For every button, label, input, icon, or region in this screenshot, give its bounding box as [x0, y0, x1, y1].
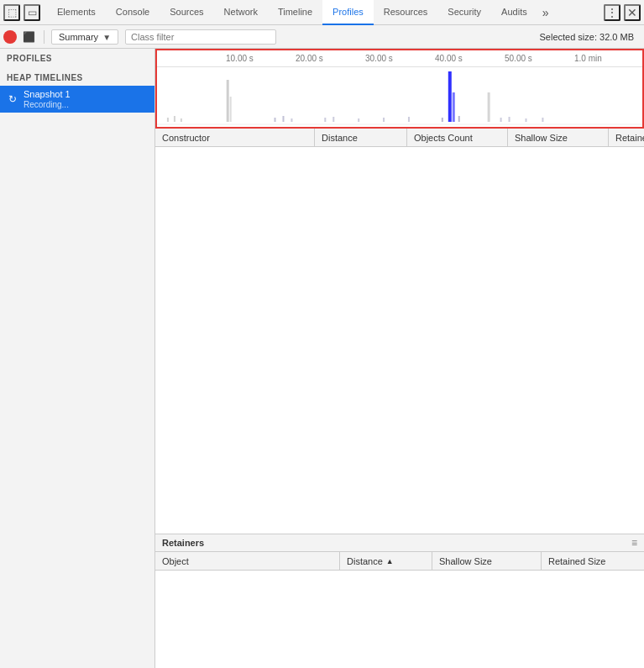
- svg-rect-6: [275, 118, 276, 122]
- svg-rect-1: [167, 118, 169, 122]
- svg-rect-18: [488, 92, 490, 122]
- tab-sources[interactable]: Sources: [160, 0, 213, 25]
- close-icon[interactable]: ✕: [624, 4, 641, 21]
- ruler-tick-10: 10.00 s: [226, 54, 254, 63]
- rth-shallow-size[interactable]: Shallow Size: [432, 552, 542, 570]
- svg-rect-22: [542, 118, 543, 122]
- selected-size-label: Selected size: 32.0 MB: [539, 32, 634, 42]
- svg-rect-21: [525, 118, 526, 122]
- devtools-icons: ⬚ ▭: [3, 4, 40, 21]
- svg-rect-13: [408, 117, 410, 122]
- tab-audits[interactable]: Audits: [491, 0, 537, 25]
- timeline-ruler: 10.00 s 20.00 s 30.00 s 40.00 s 50.00 s …: [157, 50, 642, 67]
- stop-icon: ⬛: [23, 31, 35, 43]
- svg-rect-11: [358, 118, 359, 122]
- svg-rect-15: [453, 92, 455, 122]
- timeline-chart[interactable]: 100 KB: [157, 67, 642, 129]
- more-options-icon[interactable]: ⋮: [604, 4, 620, 21]
- loading-spinner-icon: ↻: [7, 93, 18, 105]
- snapshot-status: Recording...: [24, 100, 71, 109]
- svg-rect-3: [181, 118, 182, 122]
- tab-elements[interactable]: Elements: [47, 0, 106, 25]
- tab-security[interactable]: Security: [437, 0, 491, 25]
- snapshot-label: Snapshot 1: [24, 89, 71, 99]
- svg-rect-7: [282, 116, 284, 122]
- class-filter-input[interactable]: [125, 29, 276, 45]
- th-retained-size[interactable]: Retained Size ▼: [609, 129, 644, 146]
- th-shallow-size[interactable]: Shallow Size: [508, 129, 609, 146]
- toolbar-divider: [44, 30, 45, 44]
- top-tab-bar: ⬚ ▭ Elements Console Sources Network Tim…: [0, 0, 644, 25]
- tab-overflow[interactable]: »: [537, 6, 554, 19]
- sidebar-item-snapshot1[interactable]: ↻ Snapshot 1 Recording...: [0, 86, 154, 113]
- tab-console[interactable]: Console: [106, 0, 160, 25]
- table-area: Constructor Distance Objects Count Shall…: [155, 129, 644, 534]
- svg-rect-8: [291, 118, 292, 122]
- tab-resources[interactable]: Resources: [374, 0, 438, 25]
- timeline-area: 10.00 s 20.00 s 30.00 s 40.00 s 50.00 s …: [155, 49, 644, 129]
- svg-rect-17: [458, 116, 460, 122]
- sidebar-section: HEAP TIMELINES ↻ Snapshot 1 Recording...: [0, 68, 154, 114]
- table-body[interactable]: [155, 147, 644, 534]
- rth-object[interactable]: Object: [155, 552, 340, 570]
- retainers-body[interactable]: [155, 571, 644, 668]
- content-area: 10.00 s 20.00 s 30.00 s 40.00 s 50.00 s …: [155, 49, 644, 668]
- svg-rect-10: [332, 117, 334, 122]
- ruler-tick-40: 40.00 s: [435, 54, 463, 63]
- tab-profiles[interactable]: Profiles: [322, 0, 374, 25]
- device-icon[interactable]: ▭: [24, 4, 40, 21]
- svg-rect-9: [324, 118, 326, 122]
- ruler-tick-30: 30.00 s: [365, 54, 393, 63]
- view-selector: Summary ▼: [51, 29, 118, 45]
- tab-list: Elements Console Sources Network Timelin…: [47, 0, 604, 25]
- svg-rect-14: [448, 71, 452, 122]
- distance-sort-icon: ▲: [386, 557, 394, 565]
- summary-view-button[interactable]: Summary ▼: [51, 29, 118, 45]
- svg-rect-12: [383, 118, 385, 122]
- summary-dropdown-arrow: ▼: [102, 33, 111, 42]
- stop-button[interactable]: ⬛: [22, 30, 35, 44]
- rth-distance[interactable]: Distance ▲: [340, 552, 432, 570]
- retainers-table-header: Object Distance ▲ Shallow Size Retained …: [155, 552, 644, 571]
- retainers-header-row: Retainers ≡: [155, 534, 644, 552]
- retainers-title: Retainers: [162, 538, 204, 548]
- svg-rect-16: [442, 118, 443, 122]
- sidebar-section-title: HEAP TIMELINES: [0, 70, 154, 86]
- ruler-tick-50: 50.00 s: [505, 54, 532, 63]
- svg-rect-20: [509, 117, 510, 122]
- sidebar-profiles-header: Profiles: [0, 49, 154, 68]
- timeline-chart-svg: [157, 67, 642, 129]
- sidebar: Profiles HEAP TIMELINES ↻ Snapshot 1 Rec…: [0, 49, 155, 668]
- th-distance[interactable]: Distance: [315, 129, 407, 146]
- ruler-tick-1min: 1.0 min: [574, 54, 602, 63]
- th-constructor[interactable]: Constructor: [155, 129, 315, 146]
- record-button[interactable]: [3, 30, 17, 44]
- rth-retained-size[interactable]: Retained Size: [542, 552, 644, 570]
- retainers-panel: Retainers ≡ Object Distance ▲ Shallow Si…: [155, 534, 644, 668]
- svg-rect-4: [227, 80, 229, 122]
- retainers-scroll-icon: ≡: [631, 537, 637, 549]
- top-bar-right: ⋮ ✕: [604, 4, 641, 21]
- table-header: Constructor Distance Objects Count Shall…: [155, 129, 644, 147]
- main-layout: Profiles HEAP TIMELINES ↻ Snapshot 1 Rec…: [0, 49, 644, 668]
- sidebar-item-info: Snapshot 1 Recording...: [24, 89, 71, 109]
- ruler-tick-20: 20.00 s: [296, 54, 323, 63]
- svg-rect-19: [500, 118, 502, 122]
- inspect-icon[interactable]: ⬚: [3, 4, 20, 21]
- tab-timeline[interactable]: Timeline: [268, 0, 322, 25]
- th-objects-count[interactable]: Objects Count: [407, 129, 508, 146]
- svg-rect-2: [174, 116, 175, 122]
- tab-network[interactable]: Network: [214, 0, 268, 25]
- profiles-toolbar: ⬛ Summary ▼ Selected size: 32.0 MB: [0, 25, 644, 49]
- svg-rect-5: [230, 97, 232, 122]
